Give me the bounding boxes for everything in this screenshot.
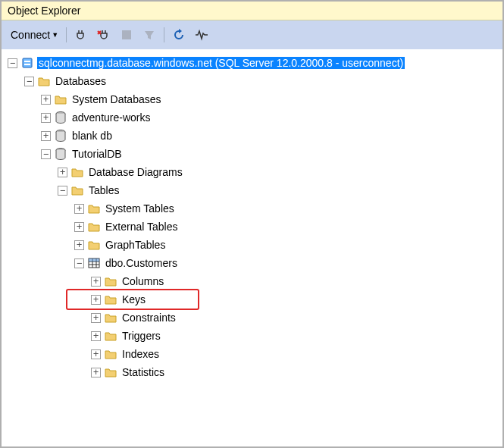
tree-node-keys[interactable]: + Keys [5,290,499,309]
tree-node-external-tables[interactable]: + External Tables [5,218,499,236]
tree-node-triggers[interactable]: + Triggers [5,327,499,345]
window-title: Object Explorer [2,2,502,20]
tree-node-constraints[interactable]: + Constraints [5,309,499,327]
tree-label: GraphTables [104,239,167,251]
tree-label: System Databases [70,93,163,105]
folder-icon [104,329,117,343]
connect-button[interactable]: Connect ▼ [6,26,63,44]
expand-icon[interactable]: + [58,168,67,177]
database-icon [54,147,67,161]
tree-node-statistics[interactable]: + Statistics [5,363,499,381]
collapse-icon[interactable]: − [41,149,51,159]
collapse-icon[interactable]: − [74,258,84,268]
tree-label: Statistics [121,366,166,378]
folder-icon [87,220,101,233]
folder-icon [104,347,117,361]
tree-node-tables[interactable]: − Tables [5,181,499,199]
svg-rect-3 [24,64,30,65]
server-icon [20,56,34,70]
folder-icon [87,238,101,252]
tree-node-adventure-works[interactable]: + adventure-works [5,108,499,127]
folder-icon [37,74,51,88]
tree-label: System Tables [104,202,176,215]
tree-label: Indexes [121,348,161,360]
tree-label: External Tables [104,221,179,233]
folder-icon [104,311,117,324]
refresh-icon[interactable] [169,25,189,45]
table-icon [87,256,101,270]
tree-label: Constraints [121,312,177,324]
tree-node-database-diagrams[interactable]: + Database Diagrams [5,163,499,181]
disconnect-plug-icon[interactable] [94,25,114,45]
database-icon [54,129,67,143]
tree-label: Triggers [121,330,162,342]
tree-label: Columns [121,275,165,287]
svg-rect-0 [122,30,131,39]
connect-label: Connect [11,29,50,41]
folder-icon [70,165,84,179]
expand-icon[interactable]: + [91,313,101,323]
toolbar-separator [164,27,164,42]
tree-label: adventure-works [70,111,152,124]
window-title-text: Object Explorer [8,5,80,17]
svg-rect-12 [89,258,99,262]
svg-rect-1 [23,58,32,67]
collapse-icon[interactable]: − [8,58,17,68]
collapse-icon[interactable]: − [58,186,67,196]
tree-label: Database Diagrams [87,166,184,178]
tree-node-system-tables[interactable]: + System Tables [5,199,499,218]
toolbar-separator [66,27,67,42]
expand-icon[interactable]: + [91,277,101,287]
tree-node-graph-tables[interactable]: + GraphTables [5,236,499,254]
tree-label: Keys [121,293,147,305]
folder-icon [104,274,117,288]
tree-node-tutorialdb[interactable]: − TutorialDB [5,145,499,163]
tree-label: blank db [70,130,114,142]
tree-label: Tables [87,184,121,196]
folder-icon [54,92,67,106]
tree-node-columns[interactable]: + Columns [5,272,499,290]
expand-icon[interactable]: + [41,113,51,123]
tree-label: dbo.Customers [104,257,179,269]
object-explorer-tree[interactable]: − sqlconnectmg.database.windows.net (SQL… [2,49,502,386]
tree-label: Databases [54,75,108,87]
tree-node-system-databases[interactable]: + System Databases [5,90,499,108]
database-icon [54,111,67,124]
expand-icon[interactable]: + [91,368,101,378]
folder-icon [87,202,101,215]
connect-plug-icon[interactable] [71,25,91,45]
expand-icon[interactable]: + [74,240,84,250]
filter-icon[interactable] [139,25,159,45]
stop-icon[interactable] [117,25,136,45]
tree-node-server[interactable]: − sqlconnectmg.database.windows.net (SQL… [5,54,499,72]
activity-icon[interactable] [192,25,211,45]
dropdown-caret-icon: ▼ [52,31,58,39]
svg-rect-2 [24,61,30,62]
expand-icon[interactable]: + [91,295,101,305]
tree-node-indexes[interactable]: + Indexes [5,345,499,363]
folder-icon [104,293,117,306]
tree-node-databases[interactable]: − Databases [5,72,499,90]
expand-icon[interactable]: + [91,331,101,341]
expand-icon[interactable]: + [91,349,101,359]
toolbar: Connect ▼ [2,20,502,49]
tree-label: TutorialDB [70,148,124,160]
tree-node-dbo-customers[interactable]: − dbo.Customers [5,254,499,272]
expand-icon[interactable]: + [41,95,51,105]
folder-icon [70,183,84,197]
tree-node-blank-db[interactable]: + blank db [5,127,499,145]
tree-label: sqlconnectmg.database.windows.net (SQL S… [37,57,405,69]
folder-icon [104,365,117,379]
expand-icon[interactable]: + [74,222,84,232]
expand-icon[interactable]: + [74,204,84,214]
expand-icon[interactable]: + [41,131,51,141]
collapse-icon[interactable]: − [24,77,34,86]
